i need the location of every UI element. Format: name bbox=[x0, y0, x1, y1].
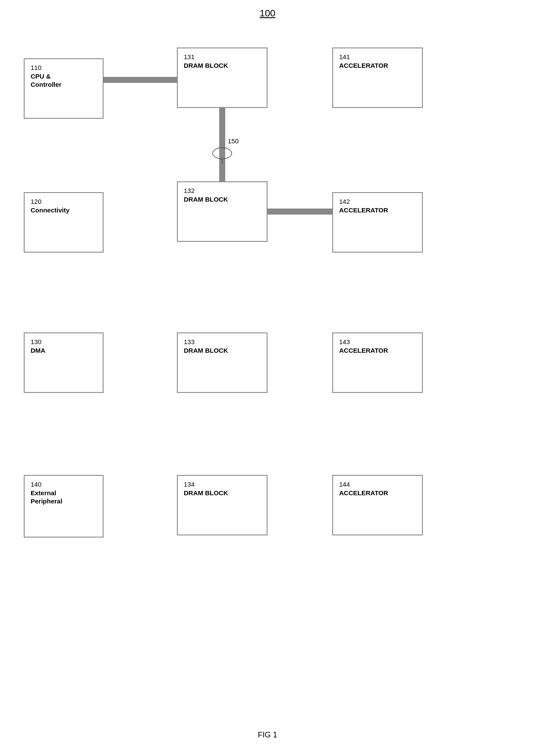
page-container: 100 150 110 CPU &Controller 131 DRAM BLO… bbox=[0, 0, 535, 756]
block-131-id: 131 bbox=[184, 53, 195, 61]
svg-point-3 bbox=[213, 148, 232, 159]
block-142-label: ACCELERATOR bbox=[339, 206, 388, 215]
diagram-title: 100 bbox=[260, 8, 276, 19]
block-133: 133 DRAM BLOCK bbox=[177, 332, 268, 393]
block-134-id: 134 bbox=[184, 480, 195, 489]
block-143-id: 143 bbox=[339, 338, 350, 346]
block-144-id: 144 bbox=[339, 480, 350, 489]
block-110-label: CPU &Controller bbox=[31, 72, 62, 89]
block-140: 140 ExternalPeripheral bbox=[24, 475, 104, 538]
block-132-label: DRAM BLOCK bbox=[184, 195, 228, 204]
block-141: 141 ACCELERATOR bbox=[332, 47, 423, 108]
block-133-label: DRAM BLOCK bbox=[184, 346, 228, 355]
block-130: 130 DMA bbox=[24, 332, 104, 393]
block-133-id: 133 bbox=[184, 338, 195, 346]
fig-label: FIG 1 bbox=[258, 731, 277, 740]
block-132: 132 DRAM BLOCK bbox=[177, 181, 268, 242]
block-110-id: 110 bbox=[31, 63, 41, 72]
block-120: 120 Connectivity bbox=[24, 192, 104, 253]
block-130-label: DMA bbox=[31, 346, 45, 355]
block-131-label: DRAM BLOCK bbox=[184, 61, 228, 70]
block-143-label: ACCELERATOR bbox=[339, 346, 388, 355]
block-142: 142 ACCELERATOR bbox=[332, 192, 423, 253]
block-140-id: 140 bbox=[31, 480, 41, 489]
block-141-id: 141 bbox=[339, 53, 350, 61]
block-144: 144 ACCELERATOR bbox=[332, 475, 423, 535]
block-120-label: Connectivity bbox=[31, 206, 69, 215]
block-132-id: 132 bbox=[184, 187, 195, 195]
block-130-id: 130 bbox=[31, 338, 41, 346]
block-110: 110 CPU &Controller bbox=[24, 58, 104, 119]
block-120-id: 120 bbox=[31, 197, 41, 206]
block-144-label: ACCELERATOR bbox=[339, 489, 388, 497]
block-134: 134 DRAM BLOCK bbox=[177, 475, 268, 535]
block-143: 143 ACCELERATOR bbox=[332, 332, 423, 393]
block-131: 131 DRAM BLOCK bbox=[177, 47, 268, 108]
block-142-id: 142 bbox=[339, 197, 350, 206]
block-134-label: DRAM BLOCK bbox=[184, 489, 228, 497]
block-140-label: ExternalPeripheral bbox=[31, 489, 62, 506]
label-150: 150 bbox=[228, 137, 239, 145]
block-141-label: ACCELERATOR bbox=[339, 61, 388, 70]
